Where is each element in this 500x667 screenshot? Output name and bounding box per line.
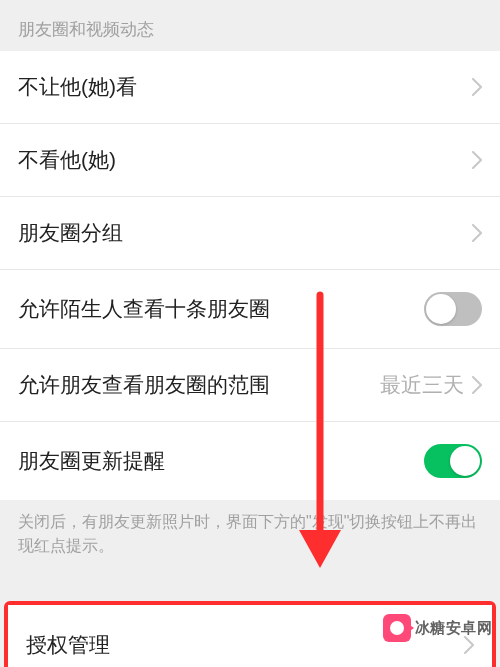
row-allow-friends-range[interactable]: 允许朋友查看朋友圈的范围 最近三天 bbox=[0, 349, 500, 422]
row-label: 允许朋友查看朋友圈的范围 bbox=[18, 371, 380, 399]
toggle-knob bbox=[450, 446, 480, 476]
footer-note: 关闭后，有朋友更新照片时，界面下方的"发现"切换按钮上不再出现红点提示。 bbox=[0, 500, 500, 576]
chevron-right-icon bbox=[472, 151, 482, 169]
chevron-right-icon bbox=[472, 376, 482, 394]
row-label: 朋友圈更新提醒 bbox=[18, 447, 424, 475]
row-label: 允许陌生人查看十条朋友圈 bbox=[18, 295, 424, 323]
chevron-right-icon bbox=[472, 224, 482, 242]
toggle-update-reminder[interactable] bbox=[424, 444, 482, 478]
chevron-right-icon bbox=[472, 78, 482, 96]
toggle-knob bbox=[426, 294, 456, 324]
settings-list: 不让他(她)看 不看他(她) 朋友圈分组 允许陌生人查看十条朋友圈 bbox=[0, 51, 500, 500]
row-dont-let-see[interactable]: 不让他(她)看 bbox=[0, 51, 500, 124]
watermark: 冰糖安卓网 bbox=[383, 614, 493, 642]
row-label: 不让他(她)看 bbox=[18, 73, 472, 101]
row-moments-groups[interactable]: 朋友圈分组 bbox=[0, 197, 500, 270]
row-value: 最近三天 bbox=[380, 371, 464, 399]
row-label: 不看他(她) bbox=[18, 146, 472, 174]
section-gap bbox=[0, 576, 500, 601]
row-allow-strangers: 允许陌生人查看十条朋友圈 bbox=[0, 270, 500, 349]
watermark-logo-icon bbox=[383, 614, 411, 642]
row-dont-see[interactable]: 不看他(她) bbox=[0, 124, 500, 197]
row-update-reminder: 朋友圈更新提醒 bbox=[0, 422, 500, 500]
section-header-moments: 朋友圈和视频动态 bbox=[0, 0, 500, 51]
row-label: 朋友圈分组 bbox=[18, 219, 472, 247]
watermark-text: 冰糖安卓网 bbox=[415, 619, 493, 638]
toggle-allow-strangers[interactable] bbox=[424, 292, 482, 326]
